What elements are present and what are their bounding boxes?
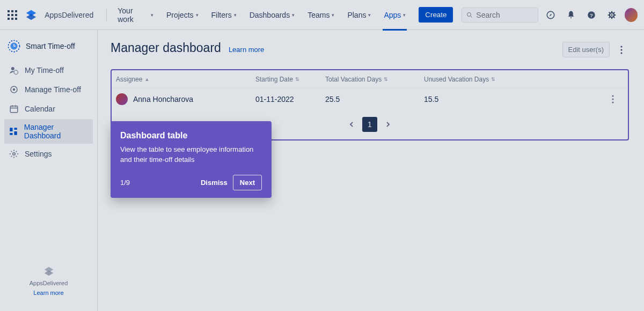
edit-users-button[interactable]: Edit user(s) [562, 42, 610, 57]
onboarding-tooltip: Dashboard table View the table to see em… [111, 121, 272, 198]
sort-icon: ⇅ [295, 77, 299, 82]
help-icon[interactable]: ? [583, 6, 599, 24]
svg-rect-6 [8, 18, 10, 20]
svg-rect-8 [15, 18, 17, 20]
th-label: Unused Vacation Days [424, 76, 489, 83]
cell-starting-date: 01-11-2022 [255, 95, 325, 103]
svg-point-21 [13, 88, 16, 91]
nav-label: Projects [166, 11, 194, 19]
pagination-next[interactable] [380, 117, 396, 132]
calendar-icon [9, 103, 19, 114]
sidebar-item-label: Manage Time-off [25, 85, 81, 94]
top-nav: AppsDelivered Your work▾ Projects▾ Filte… [0, 0, 644, 30]
footer-learn-more-link[interactable]: Learn more [33, 290, 63, 296]
svg-point-31 [620, 46, 622, 47]
sidebar-item-label: Calendar [25, 105, 55, 113]
svg-point-18 [11, 67, 14, 70]
tour-body: View the table to see employee informati… [120, 145, 262, 165]
sidebar-item-settings[interactable]: Settings [4, 145, 93, 163]
sidebar-item-my-time-off[interactable]: My Time-off [4, 61, 93, 79]
nav-label: Your work [118, 6, 149, 24]
create-button[interactable]: Create [419, 7, 453, 23]
th-label: Assignee [116, 76, 142, 83]
th-assignee[interactable]: Assignee▲ [116, 76, 255, 83]
compass-icon[interactable] [543, 6, 559, 24]
svg-text:?: ? [590, 12, 593, 18]
tour-dismiss-button[interactable]: Dismiss [201, 179, 228, 187]
cell-assignee: Anna Honcharova [116, 93, 255, 105]
footer-logo-icon [43, 266, 54, 277]
assignee-name: Anna Honcharova [133, 95, 193, 103]
search-box[interactable] [462, 8, 538, 23]
search-input[interactable] [476, 11, 533, 19]
product-logo-icon[interactable] [25, 9, 38, 21]
cell-unused-vacation: 15.5 [424, 95, 602, 103]
nav-projects[interactable]: Projects▾ [162, 8, 203, 23]
svg-point-34 [612, 95, 613, 97]
nav-filters[interactable]: Filters▾ [207, 8, 241, 23]
svg-rect-2 [15, 10, 17, 12]
sidebar-item-manage-time-off[interactable]: Manage Time-off [4, 80, 93, 99]
nav-plans[interactable]: Plans▾ [343, 8, 375, 23]
sidebar-item-label: My Time-off [25, 66, 64, 75]
th-label: Starting Date [255, 76, 293, 83]
footer-brand: AppsDelivered [30, 280, 68, 286]
app-icon [6, 39, 21, 54]
nav-dashboards[interactable]: Dashboards▾ [245, 8, 299, 23]
chevron-down-icon: ▾ [151, 12, 153, 18]
sidebar-item-calendar[interactable]: Calendar [4, 100, 93, 118]
sidebar-item-manager-dashboard[interactable]: Manager Dashboard [4, 119, 93, 144]
settings-icon[interactable] [604, 6, 620, 24]
manage-icon [9, 84, 19, 95]
svg-point-32 [620, 49, 622, 50]
th-label: Total Vacation Days [325, 76, 382, 83]
chevron-down-icon: ▾ [292, 12, 295, 18]
svg-rect-26 [10, 128, 13, 131]
page-title: Manager dashboard [111, 41, 221, 55]
svg-rect-0 [8, 10, 10, 12]
tour-next-button[interactable]: Next [233, 175, 262, 190]
nav-label: Apps [384, 11, 401, 19]
chevron-down-icon: ▾ [403, 12, 406, 18]
tour-step-indicator: 1/9 [120, 179, 130, 187]
pagination-prev[interactable] [344, 117, 359, 132]
page-actions: Edit user(s) [562, 42, 629, 57]
chevron-down-icon: ▾ [234, 12, 237, 18]
th-starting-date[interactable]: Starting Date⇅ [255, 76, 325, 83]
nav-label: Filters [211, 11, 232, 19]
nav-your-work[interactable]: Your work▾ [113, 3, 158, 27]
svg-rect-29 [10, 133, 13, 135]
user-avatar[interactable] [625, 8, 638, 22]
pagination-page-current[interactable]: 1 [362, 117, 377, 132]
app-name: Smart Time-off [26, 42, 75, 50]
row-avatar [116, 93, 128, 105]
learn-more-link[interactable]: Learn more [229, 46, 264, 54]
table-row[interactable]: Anna Honcharova 01-11-2022 25.5 15.5 [112, 88, 628, 110]
gear-icon [9, 149, 19, 159]
page-header: Manager dashboard Learn more Edit user(s… [111, 41, 629, 57]
cell-total-vacation: 25.5 [325, 95, 424, 103]
row-actions-icon[interactable] [602, 95, 624, 103]
th-actions [602, 76, 624, 83]
sidebar-footer: AppsDelivered Learn more [4, 266, 93, 306]
svg-point-36 [612, 101, 613, 103]
app-switcher-icon[interactable] [6, 9, 19, 21]
tour-footer: 1/9 Dismiss Next [120, 175, 262, 190]
tour-title: Dashboard table [120, 131, 262, 140]
svg-rect-5 [15, 14, 17, 16]
th-unused-vacation[interactable]: Unused Vacation Days⇅ [424, 76, 602, 83]
dashboard-icon [9, 126, 19, 137]
nav-teams[interactable]: Teams▾ [303, 8, 339, 23]
svg-rect-4 [11, 14, 13, 16]
svg-rect-7 [11, 18, 13, 20]
notifications-icon[interactable] [563, 6, 579, 24]
sidebar-item-label: Manager Dashboard [24, 123, 89, 140]
nav-label: Teams [308, 11, 330, 19]
nav-apps[interactable]: Apps▾ [379, 8, 410, 23]
th-total-vacation[interactable]: Total Vacation Days⇅ [325, 76, 424, 83]
chevron-down-icon: ▾ [332, 12, 334, 18]
chevron-down-icon: ▾ [196, 12, 199, 18]
svg-point-35 [612, 98, 613, 100]
more-actions-icon[interactable] [614, 42, 629, 57]
nav-label: Plans [347, 11, 366, 19]
